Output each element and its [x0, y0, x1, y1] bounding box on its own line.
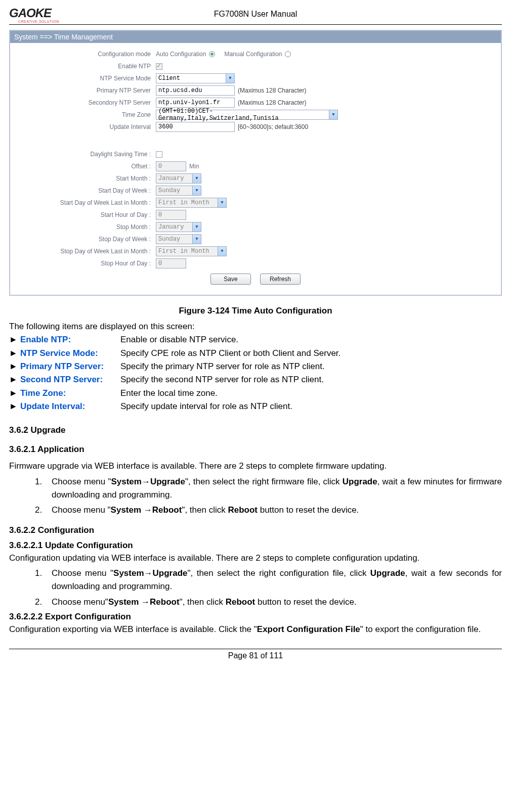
timezone-value: (GMT+01:00)CET-Germany,Italy,Switzerland…	[158, 108, 328, 122]
param-primary-ntp: ► Primary NTP Server: Specify the primar…	[9, 360, 502, 373]
ntp-service-mode-label: NTP Service Mode	[15, 75, 156, 82]
application-step-2: Choose menu "System →Reboot", then click…	[45, 504, 502, 517]
chevron-down-icon: ▼	[192, 174, 201, 183]
chevron-down-icon: ▼	[192, 222, 201, 232]
heading-3-6-2-2-1: 3.6.2.2.1 Update Configuration	[9, 540, 502, 551]
update-interval-hint: [60~36000]s; default:3600	[238, 123, 308, 130]
param-ntp-service-mode: ► NTP Service Mode: Specify CPE role as …	[9, 347, 502, 360]
chevron-down-icon: ▼	[192, 235, 201, 244]
heading-3-6-2-1: 3.6.2.1 Application	[9, 444, 502, 455]
chevron-down-icon: ▼	[226, 74, 234, 83]
param-desc: Specify the second NTP server for role a…	[120, 373, 502, 386]
intro-line: The following items are displayed on thi…	[9, 320, 502, 333]
document-header: GAOKE CREATIVE SOLUTION FG7008N User Man…	[9, 6, 502, 25]
config-mode-manual-radio[interactable]	[285, 51, 291, 57]
triangle-icon: ►	[9, 400, 20, 413]
param-desc: Specify the primary NTP server for role …	[120, 360, 502, 373]
panel-titlebar: System ==> Time Management	[10, 31, 501, 43]
start-month-select[interactable]: January ▼	[156, 173, 201, 184]
param-name: Second NTP Server:	[20, 373, 120, 386]
stop-dow-label: Stop Day of Week :	[15, 236, 156, 243]
refresh-button[interactable]: Refresh	[260, 274, 301, 285]
figure-caption: Figure 3-124 Time Auto Configuration	[9, 306, 502, 316]
enable-ntp-checkbox[interactable]	[156, 63, 162, 70]
update-config-step-1: Choose menu "System→Upgrade", then selec…	[45, 567, 502, 594]
start-dow-select[interactable]: Sunday ▼	[156, 186, 201, 196]
secondary-ntp-label: Secondory NTP Server	[15, 99, 156, 106]
application-step-1: Choose menu "System→Upgrade", then selec…	[45, 475, 502, 502]
start-hour-input[interactable]	[156, 210, 186, 220]
stop-dow-last-value: First in Month	[158, 248, 209, 255]
config-mode-auto-radio[interactable]	[209, 51, 215, 57]
stop-month-select[interactable]: January ▼	[156, 222, 201, 232]
stop-month-value: January	[158, 223, 184, 231]
param-desc: Specify CPE role as NTP Client or both C…	[120, 347, 502, 360]
param-desc: Enter the local time zone.	[120, 387, 502, 400]
start-dow-last-select[interactable]: First in Month ▼	[156, 198, 227, 208]
param-name: NTP Service Mode:	[20, 347, 120, 360]
start-month-label: Start Month :	[15, 175, 156, 182]
ntp-service-mode-value: Client	[158, 75, 180, 82]
ntp-service-mode-select[interactable]: Client ▼	[156, 73, 235, 83]
chevron-down-icon: ▼	[329, 110, 337, 119]
param-time-zone: ► Time Zone: Enter the local time zone.	[9, 387, 502, 400]
config-mode-auto-label: Auto Configuration	[156, 51, 206, 58]
secondary-ntp-hint: (Maximus 128 Character)	[238, 99, 306, 106]
update-interval-label: Update Interval	[15, 123, 156, 130]
time-management-screenshot: System ==> Time Management Configuration…	[9, 30, 502, 296]
offset-unit: Min	[189, 163, 199, 170]
triangle-icon: ►	[9, 347, 20, 360]
param-second-ntp: ► Second NTP Server: Specify the second …	[9, 373, 502, 386]
config-mode-label: Configuration mode	[15, 51, 156, 58]
triangle-icon: ►	[9, 373, 20, 386]
param-name: Update Interval:	[20, 400, 120, 413]
update-config-intro: Configuration updating via WEB interface…	[9, 552, 502, 565]
dst-checkbox[interactable]	[156, 151, 162, 158]
start-month-value: January	[158, 175, 184, 182]
param-name: Enable NTP:	[20, 333, 120, 346]
timezone-label: Time Zone	[15, 111, 156, 118]
stop-month-label: Stop Month :	[15, 223, 156, 231]
timezone-select[interactable]: (GMT+01:00)CET-Germany,Italy,Switzerland…	[156, 110, 338, 120]
param-name: Time Zone:	[20, 387, 120, 400]
stop-dow-last-label: Stop Day of Week Last in Month :	[15, 248, 156, 255]
param-desc: Specify update interval for role as NTP …	[120, 400, 502, 413]
param-enable-ntp: ► Enable NTP: Enable or disable NTP serv…	[9, 333, 502, 346]
stop-hour-label: Stop Hour of Day :	[15, 260, 156, 267]
chevron-down-icon: ▼	[218, 247, 226, 256]
start-dow-last-value: First in Month	[158, 199, 209, 206]
start-hour-label: Start Hour of Day :	[15, 211, 156, 218]
offset-label: Offset :	[15, 163, 156, 170]
brand-logo: GAOKE CREATIVE SOLUTION	[9, 6, 80, 22]
chevron-down-icon: ▼	[192, 186, 201, 195]
dst-label: Daylight Saving Time :	[15, 151, 156, 158]
secondary-ntp-input[interactable]	[156, 98, 235, 108]
stop-dow-select[interactable]: Sunday ▼	[156, 234, 201, 244]
stop-hour-input[interactable]	[156, 258, 186, 268]
offset-input[interactable]	[156, 161, 186, 171]
logo-tagline: CREATIVE SOLUTION	[18, 20, 59, 23]
primary-ntp-label: Primary NTP Server	[15, 87, 156, 94]
stop-dow-value: Sunday	[158, 236, 180, 243]
param-desc: Enable or disable NTP service.	[120, 333, 502, 346]
start-dow-last-label: Start Day of Week Last in Month :	[15, 199, 156, 206]
application-intro: Firmware upgrade via WEB interface is av…	[9, 460, 502, 473]
triangle-icon: ►	[9, 360, 20, 373]
update-config-step-2: Choose menu"System →Reboot", then click …	[45, 596, 502, 609]
config-mode-manual-label: Manual Configuration	[224, 51, 282, 58]
start-dow-value: Sunday	[158, 187, 180, 194]
start-dow-label: Start Day of Week :	[15, 187, 156, 194]
heading-3-6-2-2: 3.6.2.2 Configuration	[9, 525, 502, 535]
document-title: FG7008N User Manual	[80, 10, 431, 19]
update-interval-input[interactable]	[156, 122, 235, 132]
save-button[interactable]: Save	[210, 274, 251, 285]
stop-dow-last-select[interactable]: First in Month ▼	[156, 246, 227, 256]
param-update-interval: ► Update Interval: Specify update interv…	[9, 400, 502, 413]
heading-3-6-2-2-2: 3.6.2.2.2 Export Configuration	[9, 612, 502, 622]
param-name: Primary NTP Server:	[20, 360, 120, 373]
chevron-down-icon: ▼	[218, 198, 226, 207]
primary-ntp-input[interactable]	[156, 85, 235, 96]
heading-3-6-2: 3.6.2 Upgrade	[9, 425, 502, 435]
page-footer: Page 81 of 111	[9, 649, 502, 660]
primary-ntp-hint: (Maximus 128 Character)	[238, 87, 306, 94]
